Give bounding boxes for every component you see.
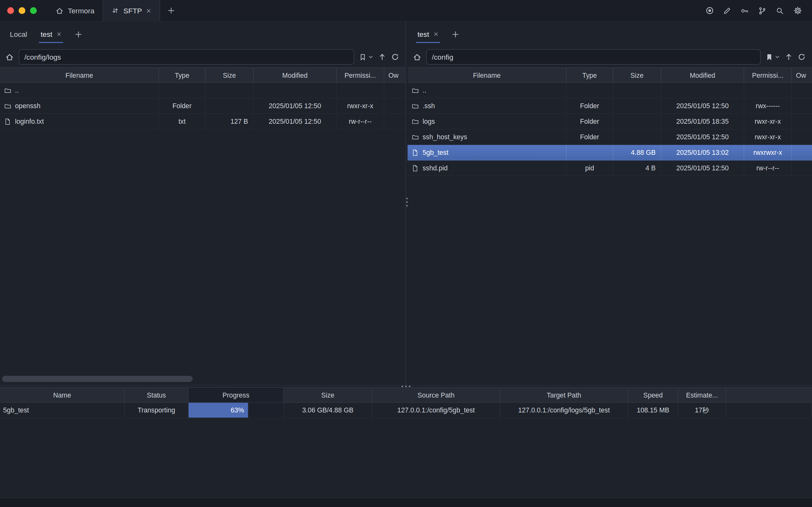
table-row[interactable]: ssh_host_keys Folder 2025/01/05 12:50 rw…: [408, 129, 812, 145]
column-header-size[interactable]: Size: [613, 68, 661, 82]
transfer-panel-splitter[interactable]: [0, 385, 812, 387]
column-header-size[interactable]: Size: [206, 68, 254, 82]
column-header-progress[interactable]: Progress: [188, 388, 284, 402]
file-type: [566, 83, 613, 98]
column-header-owner[interactable]: Ow: [792, 68, 812, 82]
column-header-speed[interactable]: Speed: [628, 388, 679, 402]
bottom-status-strip: [0, 498, 812, 507]
new-tab-button[interactable]: [160, 0, 182, 21]
right-path-bar: [408, 47, 812, 67]
file-size: 127 B: [206, 114, 254, 129]
file-type: Folder: [566, 98, 613, 113]
right-path-input[interactable]: [426, 49, 761, 65]
transfer-source-path: 127.0.0.1:/config/5gb_test: [372, 403, 500, 417]
file-permissions: rwxr-xr-x: [336, 98, 384, 113]
close-icon[interactable]: [56, 32, 62, 37]
refresh-icon[interactable]: [391, 53, 399, 61]
column-header-status[interactable]: Status: [125, 388, 188, 402]
home-icon[interactable]: [413, 53, 422, 62]
file-size: [613, 98, 661, 113]
left-add-tab-button[interactable]: [68, 22, 89, 47]
horizontal-scrollbar[interactable]: [2, 376, 193, 382]
table-row-selected[interactable]: 5gb_test 4.88 GB 2025/01/05 13:02 rwxrwx…: [408, 145, 812, 161]
bookmark-filled-icon[interactable]: [765, 53, 773, 61]
transfer-status: Transporting: [125, 403, 188, 417]
column-header-type[interactable]: Type: [159, 68, 206, 82]
key-icon[interactable]: [738, 3, 752, 18]
minimize-window-button[interactable]: [19, 7, 25, 14]
column-header-source-path[interactable]: Source Path: [372, 388, 500, 402]
column-header-modified[interactable]: Modified: [661, 68, 744, 82]
right-file-table: Filename Type Size Modified Permissi... …: [408, 67, 812, 176]
file-size: 4 B: [613, 161, 661, 175]
column-header-target-path[interactable]: Target Path: [500, 388, 628, 402]
branch-icon[interactable]: [755, 3, 770, 18]
titlebar-drag-area: [182, 0, 702, 21]
arrow-up-icon[interactable]: [378, 53, 386, 61]
home-icon[interactable]: [5, 53, 14, 62]
file-size: [613, 114, 661, 129]
arrow-up-icon[interactable]: [785, 53, 793, 61]
right-pane-tabs: test: [408, 22, 812, 47]
record-icon[interactable]: [702, 3, 717, 18]
transfer-size: 3.06 GB/4.88 GB: [284, 403, 372, 417]
settings-icon[interactable]: [791, 3, 805, 18]
left-tab-local[interactable]: Local: [3, 22, 34, 47]
table-row[interactable]: logs Folder 2025/01/05 18:35 rwxr-xr-x: [408, 114, 812, 129]
table-row[interactable]: .ssh Folder 2025/01/05 12:50 rwx------: [408, 98, 812, 114]
left-path-input[interactable]: [19, 49, 354, 65]
close-icon[interactable]: [146, 8, 151, 13]
column-header-modified[interactable]: Modified: [254, 68, 336, 82]
left-table-header: Filename Type Size Modified Permissi... …: [0, 67, 405, 83]
refresh-icon[interactable]: [797, 53, 806, 61]
sftp-dual-pane: Local test: [0, 22, 812, 385]
zoom-window-button[interactable]: [30, 7, 37, 14]
file-owner: [384, 83, 405, 98]
table-row[interactable]: loginfo.txt txt 127 B 2025/01/05 12:50 r…: [0, 114, 405, 129]
table-row[interactable]: ..: [0, 83, 405, 98]
close-icon[interactable]: [433, 32, 438, 37]
table-row[interactable]: ..: [408, 83, 812, 98]
column-header-spacer: [726, 388, 812, 402]
app-window: Termora SFTP: [0, 0, 812, 507]
tab-termora[interactable]: Termora: [47, 0, 103, 21]
tab-sftp[interactable]: SFTP: [103, 0, 160, 21]
column-header-name[interactable]: Name: [0, 388, 125, 402]
right-tab-test[interactable]: test: [411, 22, 445, 47]
chevron-down-icon[interactable]: [368, 54, 373, 59]
table-row[interactable]: openssh Folder 2025/01/05 12:50 rwxr-xr-…: [0, 98, 405, 114]
table-row[interactable]: sshd.pid pid 4 B 2025/01/05 12:50 rw-r--…: [408, 161, 812, 176]
file-icon: [412, 149, 419, 156]
bookmark-icon[interactable]: [359, 53, 367, 61]
close-window-button[interactable]: [7, 7, 14, 14]
transfer-row[interactable]: 5gb_test Transporting 63% 3.06 GB/4.88 G…: [0, 403, 812, 418]
folder-icon: [412, 87, 419, 94]
column-header-permissions[interactable]: Permissi...: [336, 68, 384, 82]
titlebar: Termora SFTP: [0, 0, 812, 22]
column-header-owner[interactable]: Ow: [384, 68, 405, 82]
edit-icon[interactable]: [720, 3, 735, 18]
file-name: logs: [423, 117, 435, 125]
column-header-type[interactable]: Type: [566, 68, 613, 82]
file-type: Folder: [566, 114, 613, 129]
file-size: [206, 98, 254, 113]
column-header-size[interactable]: Size: [284, 388, 372, 402]
left-tab-test[interactable]: test: [34, 22, 68, 47]
column-header-permissions[interactable]: Permissi...: [744, 68, 792, 82]
titlebar-toolbar: [702, 0, 812, 21]
transfer-panel: Name Status Progress Size Source Path Ta…: [0, 387, 812, 418]
column-header-filename[interactable]: Filename: [0, 68, 159, 82]
window-controls: [0, 0, 47, 21]
chevron-down-icon[interactable]: [775, 54, 780, 59]
left-pane: Local test: [0, 22, 405, 385]
left-pane-tabs: Local test: [0, 22, 405, 47]
column-header-filename[interactable]: Filename: [408, 68, 566, 82]
column-header-estimate[interactable]: Estimate...: [679, 388, 726, 402]
folder-icon: [412, 133, 419, 140]
right-add-tab-button[interactable]: [445, 22, 465, 47]
file-modified: 2025/01/05 12:50: [661, 129, 744, 145]
search-icon[interactable]: [773, 3, 787, 18]
transfer-name: 5gb_test: [0, 403, 125, 417]
file-modified: 2025/01/05 12:50: [661, 161, 744, 175]
file-permissions: rwxrwxr-x: [744, 145, 792, 160]
